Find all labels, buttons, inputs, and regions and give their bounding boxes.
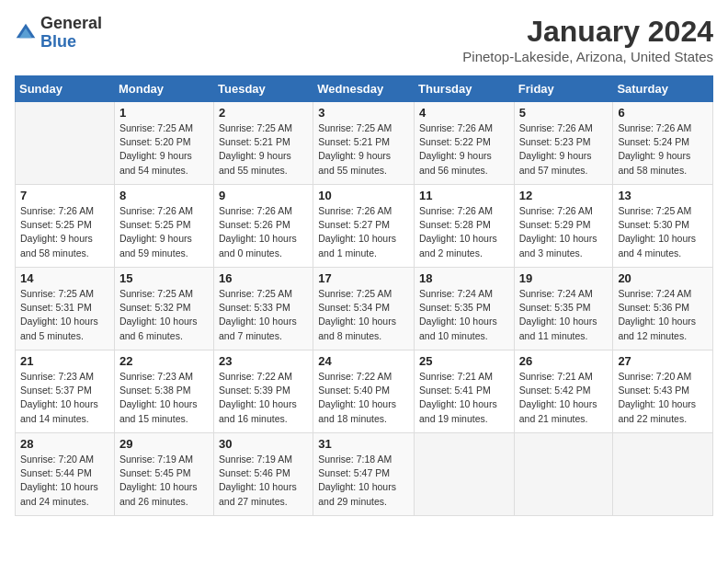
calendar-cell: 28Sunrise: 7:20 AM Sunset: 5:44 PM Dayli…: [16, 433, 115, 516]
day-number: 25: [419, 354, 509, 368]
header-friday: Friday: [514, 76, 613, 102]
header-row: SundayMondayTuesdayWednesdayThursdayFrid…: [16, 76, 713, 102]
day-number: 27: [618, 354, 708, 368]
day-number: 7: [20, 189, 109, 202]
day-number: 26: [519, 354, 609, 368]
day-number: 9: [219, 189, 308, 202]
calendar-cell: 29Sunrise: 7:19 AM Sunset: 5:45 PM Dayli…: [114, 433, 213, 516]
calendar-cell: 7Sunrise: 7:26 AM Sunset: 5:25 PM Daylig…: [16, 185, 115, 268]
day-number: 18: [419, 271, 509, 285]
calendar-cell: 24Sunrise: 7:22 AM Sunset: 5:40 PM Dayli…: [313, 350, 415, 433]
day-number: 22: [119, 354, 209, 368]
day-info: Sunrise: 7:25 AM Sunset: 5:32 PM Dayligh…: [119, 287, 209, 343]
header-wednesday: Wednesday: [313, 76, 415, 102]
day-number: 14: [20, 271, 109, 285]
calendar-cell: 19Sunrise: 7:24 AM Sunset: 5:35 PM Dayli…: [514, 268, 613, 350]
day-info: Sunrise: 7:26 AM Sunset: 5:24 PM Dayligh…: [618, 121, 708, 178]
calendar-cell: 4Sunrise: 7:26 AM Sunset: 5:22 PM Daylig…: [415, 102, 515, 185]
location: Pinetop-Lakeside, Arizona, United States: [462, 49, 713, 64]
calendar-cell: [514, 433, 613, 516]
calendar-cell: 11Sunrise: 7:26 AM Sunset: 5:28 PM Dayli…: [415, 185, 515, 268]
logo-general-text: General: [40, 14, 102, 32]
day-info: Sunrise: 7:26 AM Sunset: 5:28 PM Dayligh…: [419, 204, 509, 260]
calendar-cell: 6Sunrise: 7:26 AM Sunset: 5:24 PM Daylig…: [613, 102, 713, 185]
day-number: 10: [318, 189, 409, 202]
calendar-cell: 22Sunrise: 7:23 AM Sunset: 5:38 PM Dayli…: [114, 350, 213, 433]
calendar-cell: 23Sunrise: 7:22 AM Sunset: 5:39 PM Dayli…: [214, 350, 313, 433]
header-saturday: Saturday: [613, 76, 713, 102]
day-info: Sunrise: 7:26 AM Sunset: 5:22 PM Dayligh…: [419, 121, 509, 178]
week-row-4: 21Sunrise: 7:23 AM Sunset: 5:37 PM Dayli…: [16, 350, 713, 433]
day-number: 28: [20, 437, 109, 451]
day-info: Sunrise: 7:26 AM Sunset: 5:26 PM Dayligh…: [219, 204, 308, 260]
day-info: Sunrise: 7:22 AM Sunset: 5:40 PM Dayligh…: [318, 370, 409, 426]
calendar-cell: 13Sunrise: 7:25 AM Sunset: 5:30 PM Dayli…: [613, 185, 713, 268]
day-info: Sunrise: 7:20 AM Sunset: 5:44 PM Dayligh…: [20, 453, 109, 509]
calendar-cell: 31Sunrise: 7:18 AM Sunset: 5:47 PM Dayli…: [313, 433, 415, 516]
day-number: 24: [318, 354, 409, 368]
day-number: 23: [219, 354, 308, 368]
calendar-cell: 26Sunrise: 7:21 AM Sunset: 5:42 PM Dayli…: [514, 350, 613, 433]
day-info: Sunrise: 7:25 AM Sunset: 5:33 PM Dayligh…: [219, 287, 308, 343]
day-number: 20: [618, 271, 708, 285]
day-info: Sunrise: 7:22 AM Sunset: 5:39 PM Dayligh…: [219, 370, 308, 426]
calendar-table: SundayMondayTuesdayWednesdayThursdayFrid…: [15, 75, 713, 516]
title-area: January 2024 Pinetop-Lakeside, Arizona, …: [462, 15, 713, 64]
day-number: 4: [419, 106, 509, 120]
day-info: Sunrise: 7:25 AM Sunset: 5:21 PM Dayligh…: [318, 121, 409, 178]
calendar-cell: 14Sunrise: 7:25 AM Sunset: 5:31 PM Dayli…: [16, 268, 115, 350]
month-title: January 2024: [462, 15, 713, 49]
calendar-cell: 30Sunrise: 7:19 AM Sunset: 5:46 PM Dayli…: [214, 433, 313, 516]
day-info: Sunrise: 7:21 AM Sunset: 5:42 PM Dayligh…: [519, 370, 609, 426]
calendar-cell: 21Sunrise: 7:23 AM Sunset: 5:37 PM Dayli…: [16, 350, 115, 433]
calendar-cell: 18Sunrise: 7:24 AM Sunset: 5:35 PM Dayli…: [415, 268, 515, 350]
header-monday: Monday: [114, 76, 213, 102]
header-sunday: Sunday: [16, 76, 115, 102]
calendar-cell: 16Sunrise: 7:25 AM Sunset: 5:33 PM Dayli…: [214, 268, 313, 350]
day-number: 15: [119, 271, 209, 285]
day-info: Sunrise: 7:19 AM Sunset: 5:45 PM Dayligh…: [119, 453, 209, 509]
day-info: Sunrise: 7:26 AM Sunset: 5:25 PM Dayligh…: [119, 204, 209, 260]
calendar-cell: 5Sunrise: 7:26 AM Sunset: 5:23 PM Daylig…: [514, 102, 613, 185]
day-number: 8: [119, 189, 209, 202]
day-number: 6: [618, 106, 708, 120]
calendar-cell: 25Sunrise: 7:21 AM Sunset: 5:41 PM Dayli…: [415, 350, 515, 433]
day-number: 31: [318, 437, 409, 451]
day-number: 16: [219, 271, 308, 285]
header-tuesday: Tuesday: [214, 76, 313, 102]
day-info: Sunrise: 7:25 AM Sunset: 5:21 PM Dayligh…: [219, 121, 308, 178]
calendar-cell: 1Sunrise: 7:25 AM Sunset: 5:20 PM Daylig…: [114, 102, 213, 185]
day-number: 29: [119, 437, 209, 451]
day-info: Sunrise: 7:25 AM Sunset: 5:30 PM Dayligh…: [618, 204, 708, 260]
calendar-cell: 10Sunrise: 7:26 AM Sunset: 5:27 PM Dayli…: [313, 185, 415, 268]
day-info: Sunrise: 7:23 AM Sunset: 5:38 PM Dayligh…: [119, 370, 209, 426]
calendar-cell: 12Sunrise: 7:26 AM Sunset: 5:29 PM Dayli…: [514, 185, 613, 268]
calendar-cell: [415, 433, 515, 516]
day-number: 5: [519, 106, 609, 120]
day-number: 11: [419, 189, 509, 202]
day-info: Sunrise: 7:25 AM Sunset: 5:20 PM Dayligh…: [119, 121, 209, 178]
day-number: 30: [219, 437, 308, 451]
header: General Blue January 2024 Pinetop-Lakesi…: [15, 15, 713, 64]
calendar-cell: 2Sunrise: 7:25 AM Sunset: 5:21 PM Daylig…: [214, 102, 313, 185]
day-info: Sunrise: 7:23 AM Sunset: 5:37 PM Dayligh…: [20, 370, 109, 426]
day-info: Sunrise: 7:20 AM Sunset: 5:43 PM Dayligh…: [618, 370, 708, 426]
calendar-cell: [16, 102, 115, 185]
week-row-5: 28Sunrise: 7:20 AM Sunset: 5:44 PM Dayli…: [16, 433, 713, 516]
day-info: Sunrise: 7:26 AM Sunset: 5:25 PM Dayligh…: [20, 204, 109, 260]
day-info: Sunrise: 7:18 AM Sunset: 5:47 PM Dayligh…: [318, 453, 409, 509]
week-row-3: 14Sunrise: 7:25 AM Sunset: 5:31 PM Dayli…: [16, 268, 713, 350]
week-row-2: 7Sunrise: 7:26 AM Sunset: 5:25 PM Daylig…: [16, 185, 713, 268]
day-info: Sunrise: 7:26 AM Sunset: 5:23 PM Dayligh…: [519, 121, 609, 178]
header-thursday: Thursday: [415, 76, 515, 102]
calendar-cell: [613, 433, 713, 516]
calendar-cell: 27Sunrise: 7:20 AM Sunset: 5:43 PM Dayli…: [613, 350, 713, 433]
day-info: Sunrise: 7:21 AM Sunset: 5:41 PM Dayligh…: [419, 370, 509, 426]
calendar-cell: 15Sunrise: 7:25 AM Sunset: 5:32 PM Dayli…: [114, 268, 213, 350]
logo: General Blue: [15, 15, 102, 52]
calendar-cell: 8Sunrise: 7:26 AM Sunset: 5:25 PM Daylig…: [114, 185, 213, 268]
calendar-cell: 3Sunrise: 7:25 AM Sunset: 5:21 PM Daylig…: [313, 102, 415, 185]
day-info: Sunrise: 7:19 AM Sunset: 5:46 PM Dayligh…: [219, 453, 308, 509]
day-info: Sunrise: 7:25 AM Sunset: 5:31 PM Dayligh…: [20, 287, 109, 343]
day-info: Sunrise: 7:24 AM Sunset: 5:36 PM Dayligh…: [618, 287, 708, 343]
